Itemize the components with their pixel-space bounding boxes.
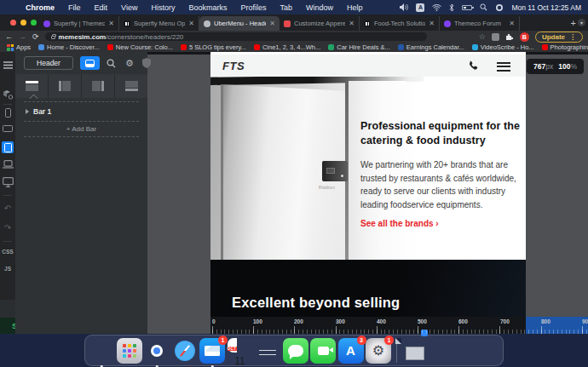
- bar-position-left-tab[interactable]: [49, 74, 81, 98]
- dock-system-preferences[interactable]: ⚙ 1: [366, 338, 391, 364]
- shield-icon[interactable]: [140, 56, 153, 70]
- bookmark-star-icon[interactable]: ☆: [479, 32, 486, 41]
- bookmark-videoscribe[interactable]: VideoScribe - Ho...: [472, 43, 534, 51]
- menu-help[interactable]: Help: [340, 3, 370, 12]
- dock-chrome[interactable]: [144, 338, 170, 364]
- tab-title: Customize Appereance: [294, 20, 345, 27]
- bookmark-cine1234[interactable]: Cine1, 2, 3, 4...Wh...: [254, 43, 320, 51]
- forward-icon[interactable]: →: [19, 33, 26, 41]
- tab-food-tech-solutions[interactable]: Food-Tech Solutions - ✕: [360, 16, 440, 31]
- dock-messages[interactable]: [283, 338, 308, 364]
- url-field[interactable]: memesim.com/cornerstone/headers/220: [45, 32, 427, 41]
- bookmark-car-hire-deals[interactable]: Car Hire Deals &...: [328, 43, 390, 51]
- tab-close-icon[interactable]: ✕: [349, 20, 355, 27]
- bars-manager-button[interactable]: [80, 56, 100, 70]
- new-tab-button[interactable]: +: [571, 18, 576, 28]
- bookmark-earnings-calendar[interactable]: Earnings Calendar...: [398, 43, 464, 51]
- extensions-puzzle-icon[interactable]: [505, 32, 514, 41]
- dock-facetime[interactable]: [310, 338, 336, 364]
- phone-icon[interactable]: [468, 60, 478, 71]
- search-icon[interactable]: [104, 56, 118, 70]
- wifi-icon[interactable]: [432, 4, 441, 11]
- bar-1-row[interactable]: Bar 1: [24, 101, 139, 121]
- bookmark-label: Earnings Calendar...: [406, 43, 464, 51]
- tab-close-icon[interactable]: ✕: [188, 20, 194, 27]
- bookmark-home-discover[interactable]: Home - Discover...: [38, 43, 100, 51]
- battery-icon[interactable]: [462, 5, 472, 10]
- menu-bookmarks[interactable]: Bookmarks: [182, 3, 233, 12]
- menu-profiles[interactable]: Profiles: [233, 3, 273, 12]
- dock-safari[interactable]: [172, 338, 198, 364]
- menubar-clock[interactable]: Mon 11 Oct 12:25 AM: [511, 3, 581, 12]
- template-manager-icon[interactable]: [0, 89, 15, 100]
- tab-themeco-forum[interactable]: Themeco Forum ✕: [440, 16, 520, 31]
- undo-icon[interactable]: ↶: [0, 204, 15, 213]
- input-source-icon[interactable]: A: [416, 3, 424, 12]
- redo-icon[interactable]: ↷: [0, 223, 15, 232]
- tab-close-icon[interactable]: ✕: [269, 20, 275, 27]
- bookmark-photographing[interactable]: Photographing Th...: [542, 43, 588, 51]
- profile-avatar[interactable]: B: [520, 32, 529, 42]
- viewport-desktop-icon[interactable]: [0, 177, 15, 187]
- dock-app-store[interactable]: A 3: [338, 338, 364, 364]
- spotlight-icon[interactable]: [480, 3, 487, 11]
- extension-icon[interactable]: [492, 33, 499, 41]
- menu-file[interactable]: File: [61, 3, 88, 12]
- siri-icon[interactable]: [495, 3, 504, 12]
- dock-finder[interactable]: [89, 338, 114, 364]
- menu-view[interactable]: View: [114, 3, 144, 12]
- back-icon[interactable]: ←: [5, 33, 13, 41]
- tab-close-icon[interactable]: ✕: [429, 20, 435, 27]
- tab-search-chevron-icon[interactable]: ▾: [578, 19, 585, 26]
- bookmark-new-course[interactable]: New Course: Colo...: [107, 43, 173, 51]
- tab-superfly-menu-options[interactable]: Superfly Menu Options ✕: [119, 16, 199, 31]
- css-editor-button[interactable]: CSS: [0, 249, 15, 255]
- volume-icon[interactable]: [400, 3, 408, 11]
- dock-trash[interactable]: [457, 338, 482, 364]
- menu-edit[interactable]: Edit: [88, 3, 115, 12]
- tab-superfly-themeco-doc[interactable]: Superfly | Themeco Doc ✕: [39, 16, 119, 31]
- hamburger-menu-icon[interactable]: [0, 61, 15, 69]
- header-dropdown-button[interactable]: Header: [24, 56, 73, 70]
- dock-notes[interactable]: [255, 338, 280, 364]
- minimize-window-button[interactable]: [20, 20, 26, 26]
- bar-position-right-tab[interactable]: [82, 74, 114, 98]
- calendar-day: 11: [228, 353, 253, 367]
- bar-position-bottom-tab[interactable]: [115, 74, 147, 98]
- menu-tab[interactable]: Tab: [273, 3, 299, 12]
- hero-paragraph: We partnering with 20+ brands that are t…: [360, 158, 522, 211]
- update-button[interactable]: Update ⋮: [535, 32, 583, 43]
- add-bar-button[interactable]: + Add Bar: [24, 121, 139, 137]
- viewport-tablet-icon[interactable]: [2, 141, 14, 153]
- site-menu-burger-icon[interactable]: [497, 62, 510, 72]
- menu-history[interactable]: History: [144, 3, 182, 12]
- bluetooth-icon[interactable]: [449, 3, 454, 12]
- dock-minimized-window[interactable]: [429, 338, 455, 364]
- menu-window[interactable]: Window: [299, 3, 340, 12]
- tab-customize-appearance[interactable]: Customize Appereance ✕: [280, 16, 360, 31]
- dock-launchpad[interactable]: [117, 338, 142, 364]
- tab-ubermenu-header-builder[interactable]: UberMenu - Header Buil ✕: [199, 16, 280, 31]
- tab-close-icon[interactable]: ✕: [509, 20, 515, 27]
- dock-mail[interactable]: 1: [199, 338, 225, 364]
- zoom-window-button[interactable]: [31, 20, 37, 26]
- site-logo[interactable]: FTS: [222, 60, 245, 72]
- see-all-brands-link[interactable]: See all the brands ›: [360, 219, 522, 228]
- tab-close-icon[interactable]: ✕: [108, 20, 114, 27]
- dock-calendar[interactable]: OCT 11: [228, 338, 253, 364]
- bookmark-apps[interactable]: Apps: [7, 43, 31, 51]
- gear-icon[interactable]: ⚙: [123, 56, 136, 70]
- viewport-laptop-icon[interactable]: [0, 160, 15, 169]
- menu-chrome[interactable]: Chrome: [19, 3, 61, 12]
- dock-document[interactable]: [401, 338, 427, 364]
- viewport-phone-icon[interactable]: [0, 108, 15, 118]
- viewport-phone-landscape-icon[interactable]: [0, 125, 15, 132]
- ruler-tick: 900: [582, 318, 588, 324]
- reload-icon[interactable]: ⟳: [32, 33, 39, 41]
- js-editor-button[interactable]: JS: [0, 266, 15, 272]
- close-window-button[interactable]: [10, 20, 16, 26]
- expand-caret-icon[interactable]: [26, 109, 29, 114]
- bar-position-top-tab[interactable]: [15, 74, 48, 98]
- section-heading: Excellent beyond selling: [232, 295, 400, 311]
- bookmark-5-slog-tips[interactable]: 5 SLOG tips every...: [181, 43, 246, 51]
